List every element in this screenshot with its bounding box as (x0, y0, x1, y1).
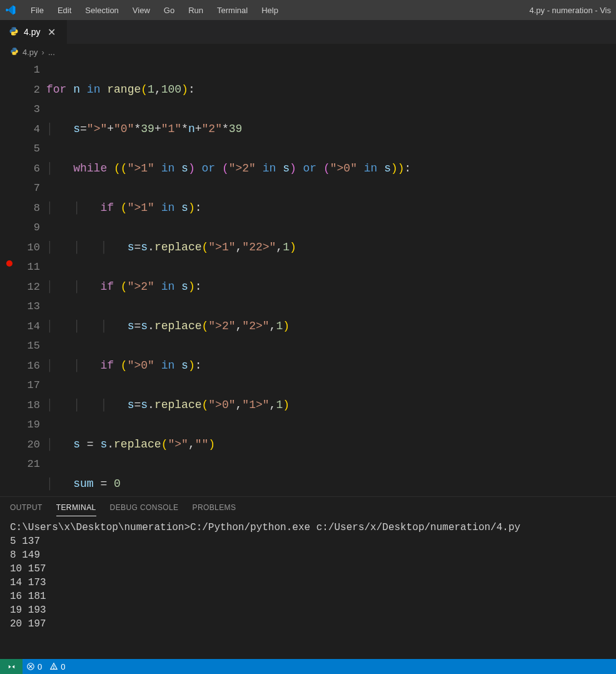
line-number: 7 (0, 178, 40, 198)
terminal-content[interactable]: C:\Users\x\Desktop\numeration>C:/Python/… (0, 518, 616, 659)
line-number: 1 (0, 60, 40, 80)
terminal-line: 19 193 (10, 605, 46, 616)
line-number: 11 (0, 257, 40, 277)
line-number: 21 (0, 454, 40, 474)
menu-help[interactable]: Help (256, 3, 284, 18)
line-number: 19 (0, 415, 40, 435)
breadcrumb[interactable]: 4.py › ... (0, 44, 616, 60)
status-warnings[interactable]: 0 (46, 662, 69, 671)
line-number: 18 (0, 396, 40, 416)
line-number: 8 (0, 198, 40, 218)
menu-selection[interactable]: Selection (79, 3, 124, 18)
tab-debug-console[interactable]: DEBUG CONSOLE (110, 499, 179, 516)
python-icon (9, 26, 19, 38)
remote-indicator[interactable] (0, 659, 23, 674)
menu-file[interactable]: File (25, 3, 49, 18)
terminal-line: 14 173 (10, 577, 46, 588)
menu-bar: File Edit Selection View Go Run Terminal… (0, 0, 616, 20)
tab-terminal[interactable]: TERMINAL (56, 499, 96, 516)
terminal-line: 5 137 (10, 536, 40, 547)
line-number: 12 (0, 277, 40, 297)
window-title: 4.py - numeration - Vis (529, 6, 611, 15)
code-content[interactable]: for n in range(1,100): │ s=">"+"0"*39+"1… (46, 60, 411, 496)
chevron-right-icon: › (42, 48, 44, 57)
terminal-line: 16 181 (10, 591, 46, 602)
terminal-line: 8 149 (10, 549, 40, 561)
menu-edit[interactable]: Edit (52, 3, 77, 18)
code-editor[interactable]: 1 2 3 4 5 6 7 8 9 10 11 12 13 14 15 16 1… (0, 60, 616, 496)
tab-label: 4.py (24, 27, 40, 37)
line-number: 10 (0, 238, 40, 258)
breadcrumb-file: 4.py (23, 48, 38, 57)
line-number: 16 (0, 356, 40, 376)
line-number: 13 (0, 297, 40, 317)
terminal-prompt: C:\Users\x\Desktop\numeration> (10, 522, 190, 533)
line-number: 20 (0, 435, 40, 455)
menu-terminal[interactable]: Terminal (211, 3, 253, 18)
bottom-panel: OUTPUT TERMINAL DEBUG CONSOLE PROBLEMS C… (0, 496, 616, 659)
editor-tab-bar: 4.py ✕ (0, 20, 616, 44)
line-number: 5 (0, 139, 40, 159)
menu-go[interactable]: Go (158, 3, 180, 18)
warning-count: 0 (61, 662, 65, 671)
terminal-line: 10 157 (10, 563, 46, 574)
svg-point-2 (54, 668, 54, 668)
line-number: 14 (0, 317, 40, 337)
line-number: 17 (0, 375, 40, 396)
status-errors[interactable]: 0 (23, 662, 46, 671)
terminal-line: 20 197 (10, 618, 46, 630)
breadcrumb-rest: ... (48, 48, 55, 57)
line-number: 3 (0, 100, 40, 120)
vscode-logo-icon (5, 4, 16, 16)
close-icon[interactable]: ✕ (45, 26, 58, 38)
breakpoint-icon[interactable] (6, 260, 13, 267)
line-number: 2 (0, 80, 40, 100)
line-number: 6 (0, 159, 40, 179)
terminal-command: C:/Python/python.exe c:/Users/x/Desktop/… (190, 522, 520, 533)
line-number: 15 (0, 336, 40, 356)
tab-problems[interactable]: PROBLEMS (193, 499, 236, 516)
python-icon (10, 47, 19, 58)
panel-tabs: OUTPUT TERMINAL DEBUG CONSOLE PROBLEMS (0, 497, 616, 518)
menu-run[interactable]: Run (183, 3, 209, 18)
line-number: 9 (0, 218, 40, 238)
status-bar: 0 0 (0, 659, 616, 674)
editor-tab-4py[interactable]: 4.py ✕ (0, 20, 68, 44)
line-number: 4 (0, 120, 40, 140)
error-count: 0 (38, 662, 42, 671)
line-number-gutter: 1 2 3 4 5 6 7 8 9 10 11 12 13 14 15 16 1… (0, 60, 46, 496)
tab-output[interactable]: OUTPUT (10, 499, 43, 516)
menu-view[interactable]: View (127, 3, 156, 18)
